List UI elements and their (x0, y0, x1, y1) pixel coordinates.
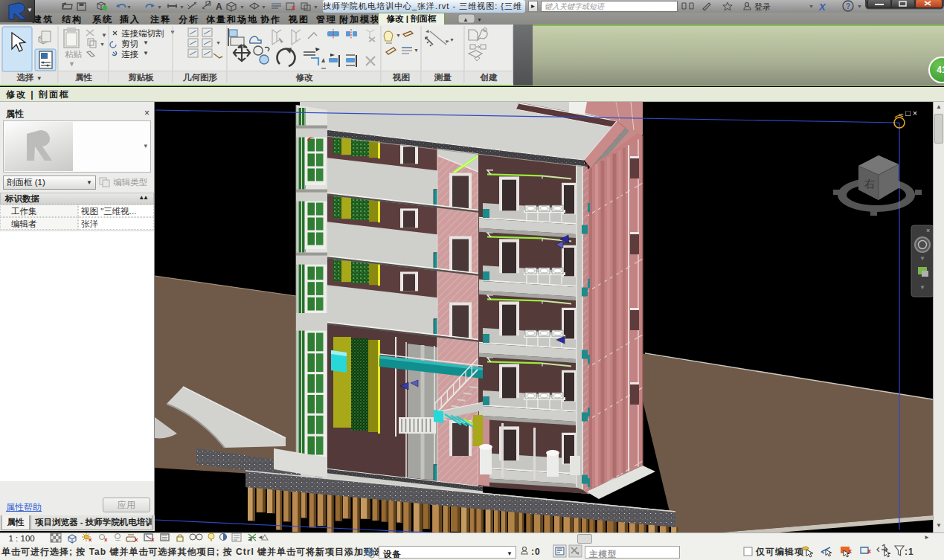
svg-text:▼: ▼ (919, 284, 925, 291)
svg-text:▼: ▼ (919, 255, 925, 262)
svg-text:右: 右 (864, 178, 875, 190)
svg-text:×: × (926, 227, 930, 234)
